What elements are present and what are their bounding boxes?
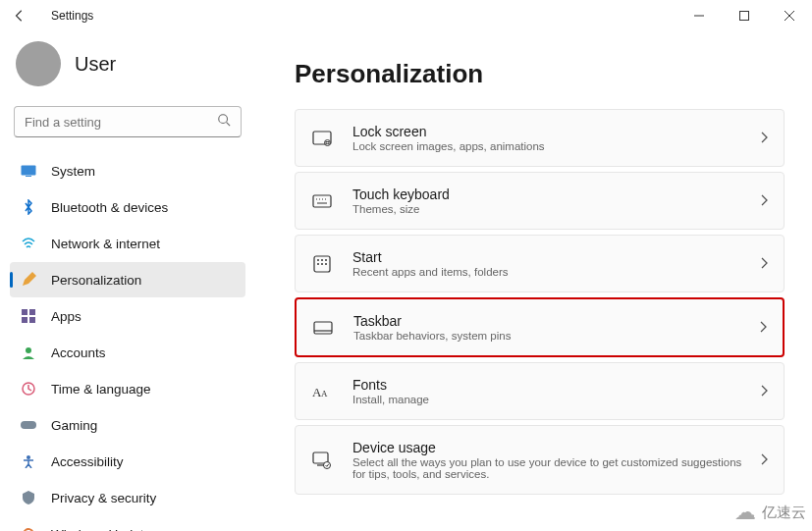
svg-rect-11: [29, 317, 35, 323]
sidebar: User System Bluetooth & devices Network …: [0, 31, 255, 531]
sidebar-item-accessibility[interactable]: Accessibility: [10, 444, 245, 479]
sidebar-item-update[interactable]: Windows Update: [10, 516, 245, 531]
gaming-icon: [20, 416, 37, 434]
setting-sub: Select all the ways you plan to use your…: [352, 456, 750, 480]
main-content: Personalization Lock screen Lock screen …: [255, 31, 812, 531]
svg-point-26: [317, 259, 319, 261]
setting-start[interactable]: Start Recent apps and items, folders: [295, 235, 785, 292]
setting-touch-keyboard[interactable]: Touch keyboard Themes, size: [295, 172, 785, 230]
svg-text:A: A: [321, 389, 328, 398]
svg-rect-7: [26, 176, 31, 177]
sidebar-item-label: Privacy & security: [51, 491, 156, 505]
system-icon: [20, 162, 37, 180]
window-buttons: [677, 0, 812, 31]
setting-sub: Themes, size: [352, 203, 750, 215]
page-title: Personalization: [295, 59, 785, 89]
setting-title: Taskbar: [353, 313, 749, 329]
title-bar: Settings: [0, 0, 812, 31]
close-button[interactable]: [767, 0, 812, 31]
user-name: User: [75, 53, 116, 76]
sidebar-item-accounts[interactable]: Accounts: [10, 335, 245, 370]
setting-title: Device usage: [352, 440, 750, 455]
chevron-right-icon: [760, 383, 768, 400]
chevron-right-icon: [760, 255, 768, 273]
sidebar-item-apps[interactable]: Apps: [10, 298, 245, 334]
apps-icon: [20, 307, 37, 325]
svg-point-15: [27, 455, 30, 459]
sidebar-item-personalization[interactable]: Personalization: [10, 262, 245, 297]
user-info[interactable]: User: [10, 31, 245, 102]
sidebar-item-label: Bluetooth & devices: [51, 200, 168, 215]
setting-fonts[interactable]: AA Fonts Install, manage: [295, 362, 785, 420]
watermark-text: 亿速云: [762, 504, 806, 522]
sidebar-item-label: Accessibility: [51, 454, 124, 469]
setting-title: Start: [352, 249, 750, 265]
network-icon: [20, 235, 37, 252]
chevron-right-icon: [759, 319, 767, 337]
personalization-icon: [20, 271, 37, 289]
setting-sub: Recent apps and items, folders: [352, 266, 750, 278]
sidebar-item-system[interactable]: System: [10, 153, 245, 188]
setting-title: Lock screen: [352, 124, 750, 139]
svg-line-5: [227, 123, 231, 127]
window-title: Settings: [51, 9, 93, 23]
maximize-button[interactable]: [722, 0, 767, 31]
bluetooth-icon: [20, 198, 37, 216]
minimize-button[interactable]: [677, 0, 722, 31]
chevron-right-icon: [760, 130, 768, 147]
maximize-icon: [739, 11, 749, 21]
svg-rect-19: [313, 195, 331, 207]
setting-sub: Install, manage: [352, 394, 750, 405]
svg-point-31: [325, 263, 327, 265]
nav-list: System Bluetooth & devices Network & int…: [10, 153, 245, 531]
cloud-icon: ☁: [734, 500, 756, 525]
setting-device-usage[interactable]: Device usage Select all the ways you pla…: [295, 425, 785, 495]
svg-rect-1: [740, 12, 749, 21]
search-box[interactable]: [14, 106, 242, 137]
setting-lock-screen[interactable]: Lock screen Lock screen images, apps, an…: [295, 109, 785, 167]
svg-rect-32: [314, 322, 332, 334]
taskbar-icon: [312, 317, 334, 339]
accessibility-icon: [20, 452, 37, 470]
sidebar-item-label: Gaming: [51, 418, 97, 433]
sidebar-item-time[interactable]: Time & language: [10, 371, 245, 406]
back-button[interactable]: [8, 4, 31, 27]
sidebar-item-label: Personalization: [51, 273, 141, 288]
device-usage-icon: [311, 450, 333, 471]
sidebar-item-label: Accounts: [51, 345, 106, 360]
close-icon: [785, 11, 794, 21]
sidebar-item-gaming[interactable]: Gaming: [10, 407, 245, 443]
sidebar-item-label: System: [51, 164, 95, 179]
setting-title: Fonts: [352, 377, 750, 393]
chevron-right-icon: [760, 451, 768, 469]
avatar: [16, 41, 61, 86]
accounts-icon: [20, 344, 37, 361]
setting-sub: Taskbar behaviors, system pins: [353, 330, 749, 342]
sidebar-item-label: Windows Update: [51, 527, 151, 532]
svg-point-27: [321, 259, 323, 261]
svg-rect-14: [21, 421, 36, 429]
start-icon: [311, 253, 333, 275]
setting-title: Touch keyboard: [352, 186, 750, 202]
search-icon: [217, 113, 231, 131]
svg-point-29: [317, 263, 319, 265]
svg-rect-10: [22, 317, 27, 323]
svg-point-12: [26, 347, 31, 353]
chevron-right-icon: [760, 192, 768, 210]
search-input[interactable]: [25, 115, 217, 130]
sidebar-item-label: Apps: [51, 309, 81, 324]
fonts-icon: AA: [311, 381, 333, 402]
svg-point-30: [321, 263, 323, 265]
privacy-icon: [20, 489, 37, 506]
update-icon: [20, 525, 37, 531]
sidebar-item-bluetooth[interactable]: Bluetooth & devices: [10, 189, 245, 225]
minimize-icon: [694, 11, 704, 21]
svg-point-28: [325, 259, 327, 261]
time-icon: [20, 380, 37, 398]
sidebar-item-label: Time & language: [51, 382, 151, 397]
sidebar-item-privacy[interactable]: Privacy & security: [10, 480, 245, 515]
setting-taskbar[interactable]: Taskbar Taskbar behaviors, system pins: [295, 297, 785, 357]
watermark: ☁ 亿速云: [734, 500, 806, 525]
sidebar-item-network[interactable]: Network & internet: [10, 226, 245, 261]
sidebar-item-label: Network & internet: [51, 237, 160, 251]
